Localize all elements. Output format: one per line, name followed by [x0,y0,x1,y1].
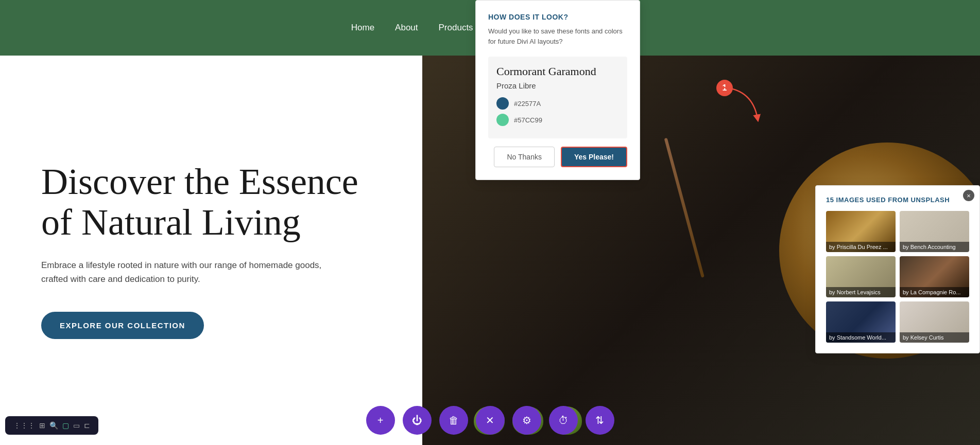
nav-about[interactable]: About [395,23,418,33]
hero-title: Discover the Essence of Natural Living [41,162,381,243]
fab-timer[interactable]: ⏱ [549,406,578,435]
explore-collection-button[interactable]: EXPLORE OUR COLLECTION [41,312,204,339]
color-row-1: #22577A [496,97,619,110]
image-thumb-3[interactable]: by Norbert Levajsics [826,256,896,297]
image-caption-3: by Norbert Levajsics [826,287,896,297]
dots-icon[interactable]: ⋮⋮⋮ [13,421,35,430]
image-thumb-2[interactable]: by Bench Accounting [900,211,969,252]
images-grid: by Priscilla Du Preez ... by Bench Accou… [826,211,969,343]
color-row-2: #57CC99 [496,114,619,126]
fab-close[interactable]: ✕ [476,406,505,435]
tablet-icon[interactable]: ▭ [73,421,80,430]
grid-icon[interactable]: ⊞ [39,421,45,430]
font-preview: Cormorant Garamond Proza Libre #22577A #… [488,57,627,138]
image-thumb-5[interactable]: by Standsome World... [826,301,896,343]
desktop-icon[interactable]: ▢ [62,421,69,430]
feather-decoration [664,138,704,278]
image-caption-1: by Priscilla Du Preez ... [826,242,896,252]
images-panel: × 15 IMAGES USED FROM UNSPLASH by Prisci… [815,185,980,353]
close-images-panel-button[interactable]: × [963,190,974,201]
color-swatch-green [496,114,509,126]
image-caption-2: by Bench Accounting [900,242,969,252]
nav-products[interactable]: Products [439,23,473,33]
badge-annotation: 1 [716,80,733,96]
popup-actions: No Thanks Yes Please! [488,147,627,167]
popup-title: HOW DOES IT LOOK? [488,13,627,21]
color-label-blue: #22577A [514,100,541,108]
font-name-cormorant: Cormorant Garamond [496,65,619,78]
search-toolbar-icon[interactable]: 🔍 [49,421,58,430]
fab-add[interactable]: + [366,406,395,435]
fab-power[interactable]: ⏻ [403,406,432,435]
arrow-svg [721,85,763,126]
bottom-toolbar: ⋮⋮⋮ ⊞ 🔍 ▢ ▭ ⊏ [5,416,98,435]
image-caption-5: by Standsome World... [826,332,896,343]
fab-row: + ⏻ 🗑 ✕ ⚙ ⏱ ⇅ [366,406,614,435]
fab-delete[interactable]: 🗑 [439,406,468,435]
mobile-icon[interactable]: ⊏ [84,421,90,430]
fab-settings[interactable]: ⚙ [512,406,541,435]
image-caption-4: by La Compagnie Ro... [900,287,969,297]
hero-subtitle: Embrace a lifestyle rooted in nature wit… [41,258,330,286]
image-caption-6: by Kelsey Curtis [900,332,969,343]
fab-sort[interactable]: ⇅ [586,406,614,435]
color-swatch-blue [496,97,509,110]
image-thumb-6[interactable]: by Kelsey Curtis [900,301,969,343]
nav-home[interactable]: Home [351,23,374,33]
color-label-green: #57CC99 [514,116,542,124]
fonts-popup: HOW DOES IT LOOK? Would you like to save… [475,0,640,180]
no-thanks-button[interactable]: No Thanks [494,147,554,167]
image-thumb-4[interactable]: by La Compagnie Ro... [900,256,969,297]
image-thumb-1[interactable]: by Priscilla Du Preez ... [826,211,896,252]
yes-please-button[interactable]: Yes Please! [561,147,627,167]
hero-content: Discover the Essence of Natural Living E… [0,56,422,445]
font-name-proza: Proza Libre [496,81,619,90]
popup-description: Would you like to save these fonts and c… [488,26,627,46]
images-panel-title: 15 IMAGES USED FROM UNSPLASH [826,196,969,204]
